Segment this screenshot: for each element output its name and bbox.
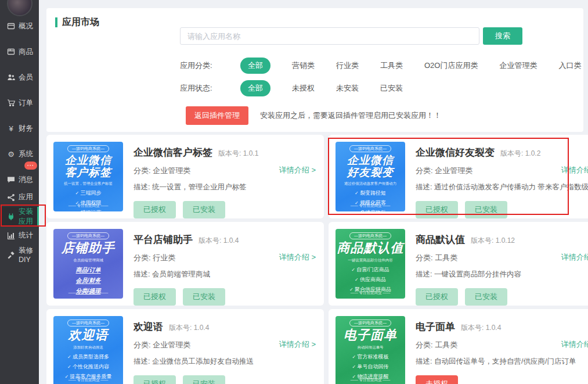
sidebar-item-members[interactable]: 会员 — [0, 64, 39, 90]
members-icon — [7, 73, 15, 81]
app-name: 企业微信好友裂变 — [416, 146, 495, 159]
sidebar-item-label: 商品 — [19, 47, 33, 57]
sidebar-item-orders[interactable]: 订单 — [0, 90, 39, 116]
tile-title: 店铺助手 — [53, 241, 123, 256]
tile-footer: 专注智慧商业 — [336, 378, 405, 383]
sidebar: 概况 商品 会员 订单 ¥ 财务 ⚙ 系统 消息 ··· — [0, 0, 39, 384]
category-option-o2o[interactable]: O2O门店应用类 — [424, 60, 478, 71]
plugin-icon — [7, 213, 15, 221]
back-to-plugin-manager-button[interactable]: 返回插件管理 — [186, 106, 248, 125]
tile-subtitle: 添加好友自动推送 — [56, 344, 120, 350]
app-description: 描述: 通过价值活动激发客户传播动力 带来客户指数级新增 — [416, 182, 588, 192]
tile-bullet: 多维度奖励 — [336, 209, 405, 211]
tile-bullet: 个性化推送内容 — [53, 363, 123, 371]
category-option-enterprise[interactable]: 企业管理类 — [499, 60, 537, 71]
app-description: 描述: 一键设置商品部分挂件内容 — [416, 270, 588, 279]
detail-link[interactable]: 详情介绍 > — [279, 165, 316, 175]
category-option-all[interactable]: 全部 — [240, 58, 270, 74]
app-version: 版本号: 1.0.4 — [199, 236, 239, 246]
chat-bubble-icon — [7, 175, 15, 184]
status-badge: 已安装 — [465, 288, 507, 306]
status-badge: 已授权 — [134, 201, 176, 218]
hammer-icon — [7, 251, 15, 259]
app-tile-image: —源码电商系统— 企业微信客户标签 统一设置，管理企业客户标签 三端同步使用权限… — [53, 142, 123, 211]
category-option-entry[interactable]: 入口类 — [558, 60, 581, 71]
tile-banner: —源码电商系统— — [349, 320, 391, 326]
goods-icon — [7, 48, 15, 56]
app-tile-image: —源码电商系统— 店铺助手 会员前端管理商城 商品/订单会员/财务分类/提现 专… — [53, 229, 123, 299]
sidebar-item-label: 系统 — [19, 149, 33, 159]
app-version: 版本号: 1.0.12 — [471, 236, 515, 246]
app-card-wecom-friend-fission: —源码电商系统— 企业微信好友裂变 通过价值活动激发客户传播动力 裂变路径短规模… — [329, 135, 588, 218]
detail-link[interactable]: 详情介绍 > — [279, 339, 316, 350]
app-name: 电子面单 — [416, 320, 455, 333]
share-nodes-icon — [7, 193, 15, 202]
tile-banner: —源码电商系统— — [67, 232, 109, 239]
status-filter-label: 应用状态: — [180, 83, 219, 94]
app-version: 版本号: 1.0.2 — [500, 149, 540, 159]
tile-title: 电子面单 — [336, 328, 405, 343]
app-card-wecom-customer-tags: —源码电商系统— 企业微信客户标签 统一设置，管理企业客户标签 三端同步使用权限… — [46, 135, 324, 218]
status-badge: 已授权 — [416, 201, 458, 218]
cart-icon — [7, 99, 15, 107]
search-input[interactable] — [180, 27, 479, 45]
tile-bullet: 单号自动回传 — [336, 363, 405, 371]
sidebar-item-goods[interactable]: 商品 — [0, 39, 39, 64]
status-option-all[interactable]: 全部 — [240, 80, 270, 96]
category-option-industry[interactable]: 行业类 — [336, 60, 359, 71]
status-badge: 已授权 — [134, 375, 176, 384]
tile-bullet: 官方标准模板 — [336, 353, 405, 361]
app-version: 版本号: 1.0.4 — [169, 323, 209, 333]
notice-text: 安装应用之后，需要返回插件管理启用已安装应用！！ — [260, 110, 441, 121]
app-card-product-defaults: —源码电商系统— 商品默认值 一键设置商品部分挂件内容 自营/门店商品供应商商品… — [329, 222, 588, 306]
tile-bullet: 裂变路径短 — [336, 189, 405, 197]
sidebar-item-label: 安装应用 — [19, 207, 37, 227]
app-description: 描述: 企业微信员工添加好友自动推送 — [134, 357, 324, 367]
sidebar-item-label: 订单 — [19, 98, 33, 108]
status-option-uninstalled[interactable]: 未安装 — [336, 83, 359, 94]
app-card-electronic-waybill: —源码电商系统— 电子面单 自动回传运单号 官方标准模板单号自动回传物流进度提醒… — [329, 309, 588, 384]
tile-bullet: 精细运营 — [53, 209, 123, 211]
sidebar-item-finance[interactable]: ¥ 财务 — [0, 116, 39, 141]
tile-bullet: 成员类型选择多 — [53, 353, 123, 361]
app-tile-image: —源码电商系统— 企业微信好友裂变 通过价值活动激发客户传播动力 裂变路径短规模… — [336, 142, 405, 211]
detail-link[interactable]: 详情介绍 > — [561, 252, 588, 263]
detail-link[interactable]: 详情介绍 > — [561, 165, 588, 175]
tile-subtitle: 会员前端管理商城 — [56, 257, 120, 263]
status-badge: 已安装 — [183, 288, 225, 306]
app-description: 描述: 统一设置，管理企业用户标签 — [134, 182, 324, 192]
status-option-unauthorized[interactable]: 未授权 — [292, 83, 315, 94]
app-version: 版本号: 1.0.1 — [218, 149, 258, 159]
sidebar-item-apps[interactable]: 应用 — [0, 188, 39, 207]
app-card-shop-assistant: —源码电商系统— 店铺助手 会员前端管理商城 商品/订单会员/财务分类/提现 专… — [46, 222, 324, 306]
message-count-badge: ··· — [24, 162, 37, 170]
search-button[interactable]: 搜索 — [483, 27, 522, 45]
status-filter-row: 应用状态: 全部 未授权 未安装 已安装 — [180, 80, 424, 96]
tile-banner: —源码电商系统— — [349, 145, 391, 152]
bar-chart-icon — [7, 232, 15, 240]
sidebar-item-decoration-diy[interactable]: 装修DIY — [0, 245, 39, 264]
category-filter-row: 应用分类: 全部 营销类 行业类 工具类 O2O门店应用类 企业管理类 入口类 — [180, 58, 588, 74]
tile-title: 好友裂变 — [336, 166, 405, 178]
sidebar-item-install-apps[interactable]: 安装应用 — [0, 207, 39, 226]
tile-subtitle: 自动回传运单号 — [338, 344, 402, 350]
detail-link[interactable]: 详情介绍 > — [561, 339, 588, 350]
tile-footer: 专注智慧商业 — [336, 290, 405, 296]
sidebar-item-statistics[interactable]: 统计 — [0, 226, 39, 245]
sidebar-item-overview[interactable]: 概况 — [0, 13, 39, 39]
status-option-installed[interactable]: 已安装 — [380, 83, 403, 94]
category-filter-label: 应用分类: — [180, 60, 219, 71]
category-option-marketing[interactable]: 营销类 — [292, 60, 315, 71]
status-badge: 已安装 — [183, 201, 225, 218]
tile-title: 商品默认值 — [336, 241, 405, 256]
app-tile-image: —源码电商系统— 商品默认值 一键设置商品部分挂件内容 自营/门店商品供应商商品… — [336, 229, 405, 299]
app-name: 平台店铺助手 — [134, 233, 193, 246]
app-tile-image: —源码电商系统— 欢迎语 添加好友自动推送 成员类型选择多个性化推送内容提高客户… — [53, 316, 123, 384]
status-badge: 未授权 — [416, 375, 458, 384]
detail-link[interactable]: 详情介绍 > — [279, 252, 316, 263]
app-card-welcome-message: —源码电商系统— 欢迎语 添加好友自动推送 成员类型选择多个性化推送内容提高客户… — [46, 309, 324, 384]
status-badge: 已授权 — [416, 288, 458, 306]
app-name: 商品默认值 — [416, 233, 465, 246]
app-name: 企业微信客户标签 — [134, 146, 212, 159]
category-option-tools[interactable]: 工具类 — [380, 60, 403, 71]
